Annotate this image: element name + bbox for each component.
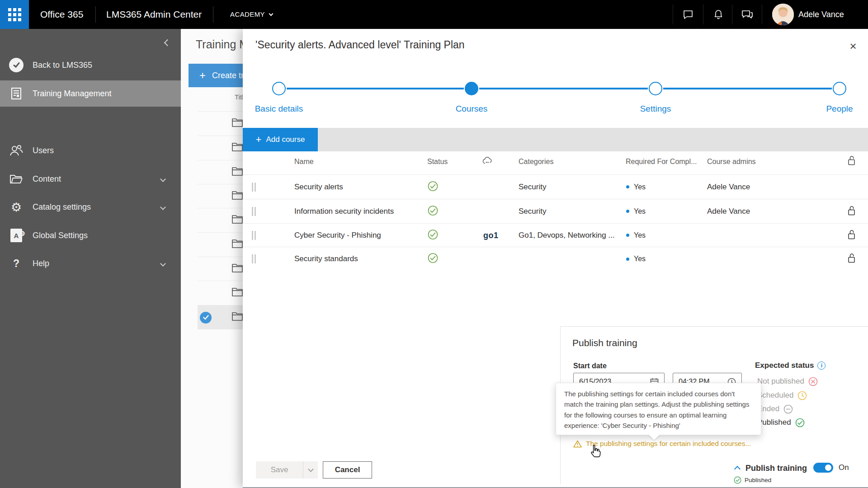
page-title: Training M [196, 38, 249, 51]
publish-section-collapse-button[interactable] [732, 465, 742, 474]
app-launcher-button[interactable] [0, 0, 29, 29]
course-row[interactable]: Security standards Yes [243, 247, 868, 271]
sidebar-item-global-settings[interactable]: A⚙ Global Settings [0, 222, 181, 249]
avatar[interactable] [772, 4, 794, 25]
drag-handle[interactable] [252, 231, 256, 240]
folder-icon [232, 118, 243, 129]
info-icon[interactable]: i [817, 361, 826, 370]
close-button[interactable]: × [844, 37, 862, 55]
save-dropdown-button[interactable] [303, 461, 318, 479]
close-icon: × [849, 39, 856, 53]
chevron-down-icon [269, 11, 274, 16]
feedback-button[interactable] [732, 0, 762, 29]
sidebar-item-label: Global Settings [33, 231, 88, 240]
chat-button[interactable] [673, 0, 703, 29]
avatar-image [772, 4, 794, 25]
sidebar-item-users[interactable]: Users [0, 137, 181, 164]
dot-icon [626, 258, 629, 261]
column-header-categories: Categories [519, 158, 553, 166]
user-name: Adele Vance [798, 0, 844, 29]
sidebar-item-label: Help [33, 259, 49, 268]
chevron-down-icon [308, 466, 314, 472]
go1-provider-logo: go1 [483, 230, 499, 240]
sidebar-item-catalog-settings[interactable]: ⚙ Catalog settings [0, 194, 181, 220]
step-circle-courses[interactable] [465, 82, 478, 95]
column-header-required: Required For Compl... [626, 158, 697, 166]
required-for-completion: Yes [626, 207, 646, 216]
cancel-button[interactable]: Cancel [323, 461, 372, 479]
drag-handle[interactable] [252, 254, 256, 263]
course-row[interactable]: Information security incidents Security … [243, 199, 868, 223]
drag-handle[interactable] [252, 183, 256, 192]
drag-handle[interactable] [252, 207, 256, 216]
circle-minus-icon [783, 404, 793, 414]
required-for-completion: Yes [626, 183, 646, 191]
sidebar-collapse-button[interactable] [159, 34, 175, 51]
sidebar-item-content[interactable]: Content [0, 166, 181, 192]
stepper-line [287, 88, 464, 89]
status-check-icon [428, 205, 438, 217]
step-circle-settings[interactable] [649, 82, 662, 95]
step-circle-basic-details[interactable] [272, 82, 286, 95]
step-label-people[interactable]: People [826, 104, 853, 114]
sidebar-item-training-management[interactable]: Training Management [0, 80, 181, 107]
lock-open-icon[interactable] [848, 253, 856, 265]
folder-icon [232, 312, 243, 323]
tenant-dropdown[interactable]: ACADEMY [230, 0, 273, 29]
course-name: Security standards [294, 254, 358, 263]
app-title: LMS365 Admin Center [106, 0, 202, 29]
plus-icon: + [256, 134, 262, 145]
step-label-courses[interactable]: Courses [456, 104, 488, 114]
course-row[interactable]: Security alerts Security Yes Adele Vance [243, 174, 868, 199]
lms365-logo-icon [7, 56, 25, 74]
stepper-line [479, 88, 648, 89]
step-circle-people[interactable] [833, 82, 846, 95]
sidebar-item-label: Back to LMS365 [33, 61, 92, 70]
folder-icon [232, 264, 243, 275]
lock-open-icon[interactable] [848, 230, 856, 241]
course-categories: Security [519, 207, 546, 216]
lock-column-icon [848, 155, 856, 167]
plus-icon: + [199, 69, 206, 82]
publish-training-toggle[interactable] [813, 463, 833, 473]
chevron-down-icon [160, 204, 166, 210]
sidebar-item-label: Users [33, 146, 54, 155]
title-column-header: Titl [235, 93, 243, 101]
sidebar-item-label: Training Management [33, 89, 111, 99]
add-course-button[interactable]: + Add course [243, 128, 318, 151]
course-admins: Adele Vance [707, 207, 750, 216]
sidebar-item-help[interactable]: ? Help [0, 250, 181, 277]
publish-settings-warning-link[interactable]: The publishing settings for certain incl… [573, 440, 751, 448]
save-button[interactable]: Save [256, 461, 303, 479]
circle-check-icon [795, 418, 805, 427]
course-row[interactable]: Cyber Security - Phishing go1 Go1, Devop… [243, 223, 868, 247]
top-bar: Office 365 LMS365 Admin Center ACADEMY [0, 0, 868, 29]
dot-icon [626, 210, 629, 213]
sidebar-item-back-to-lms365[interactable]: Back to LMS365 [0, 52, 181, 78]
tooltip-text: The publishing settings for certain incl… [564, 389, 753, 431]
tenant-name: ACADEMY [230, 0, 265, 29]
toggle-knob [825, 465, 831, 471]
status-check-icon [428, 229, 438, 241]
admin-settings-icon: A⚙ [7, 226, 25, 244]
course-name: Information security incidents [294, 207, 394, 216]
chat-icon [683, 9, 693, 20]
course-admins: Adele Vance [707, 183, 750, 192]
stepper-line [663, 88, 832, 89]
circle-clock-icon [797, 391, 807, 400]
sidebar-item-label: Catalog settings [33, 202, 91, 212]
add-course-label: Add course [266, 135, 305, 144]
step-label-basic-details[interactable]: Basic details [255, 104, 303, 114]
question-icon: ? [7, 254, 25, 272]
step-label-settings[interactable]: Settings [640, 104, 671, 114]
column-header-status: Status [427, 158, 448, 166]
folder-icon [232, 239, 243, 250]
feedback-icon [741, 9, 753, 20]
expected-status-published: Published [757, 417, 805, 428]
required-for-completion: Yes [626, 255, 646, 263]
brand-title: Office 365 [40, 0, 83, 29]
folder-icon [232, 143, 243, 154]
lock-open-icon[interactable] [848, 206, 856, 217]
sidebar-item-label: Content [33, 174, 61, 184]
notifications-button[interactable] [703, 0, 733, 29]
